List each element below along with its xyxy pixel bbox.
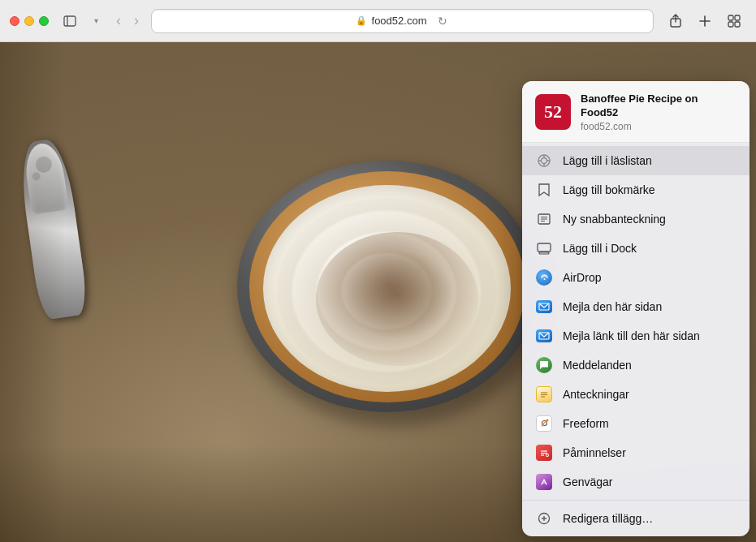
menu-divider bbox=[522, 500, 750, 501]
messages-icon bbox=[535, 356, 553, 374]
menu-item-mail-page[interactable]: Mejla den här sidan bbox=[522, 292, 750, 321]
site-favicon: 52 bbox=[535, 94, 571, 130]
menu-item-shortcuts[interactable]: Genvägar bbox=[522, 467, 750, 497]
menu-item-notes[interactable]: Anteckningar bbox=[522, 380, 750, 409]
menu-item-messages[interactable]: Meddelanden bbox=[522, 351, 750, 380]
plus-icon bbox=[698, 15, 711, 28]
menu-item-bookmark[interactable]: Lägg till bokmärke bbox=[522, 175, 750, 204]
bookmark-icon bbox=[535, 181, 553, 199]
svg-rect-3 bbox=[728, 15, 733, 20]
quicknote-label: Ny snabbanteckning bbox=[563, 213, 666, 226]
toolbar-right bbox=[663, 10, 746, 32]
notes-label: Anteckningar bbox=[563, 388, 629, 401]
share-menu: 52 Banoffee Pie Recipe on Food52 food52.… bbox=[522, 81, 750, 536]
airdrop-icon bbox=[535, 269, 553, 286]
page-url: food52.com bbox=[581, 121, 737, 132]
forward-button[interactable]: › bbox=[128, 12, 145, 30]
mail-page-label: Mejla den här sidan bbox=[563, 300, 662, 313]
menu-item-reminders[interactable]: Påminnelser bbox=[522, 438, 750, 467]
menu-item-airdrop[interactable]: AirDrop bbox=[522, 263, 750, 292]
svg-rect-17 bbox=[538, 243, 551, 252]
menu-header: 52 Banoffee Pie Recipe on Food52 food52.… bbox=[522, 81, 750, 143]
shortcuts-icon bbox=[535, 473, 553, 491]
reminders-icon bbox=[535, 444, 553, 462]
airdrop-label: AirDrop bbox=[563, 271, 601, 284]
edit-extensions-icon bbox=[535, 510, 553, 527]
mail-link-label: Mejla länk till den här sidan bbox=[563, 329, 700, 342]
freeform-icon bbox=[535, 415, 553, 432]
edit-extensions-label: Redigera tillägg… bbox=[563, 512, 653, 525]
url-text: food52.com bbox=[372, 15, 427, 27]
svg-point-8 bbox=[542, 157, 547, 163]
menu-item-reading-list[interactable]: Lägg till i läslistan bbox=[522, 146, 750, 175]
mail-link-icon bbox=[535, 327, 553, 345]
new-tab-button[interactable] bbox=[693, 10, 717, 32]
lock-icon: 🔒 bbox=[356, 15, 367, 26]
dock-icon bbox=[535, 239, 553, 257]
notes-icon bbox=[535, 385, 553, 403]
quicknote-icon bbox=[535, 210, 553, 228]
menu-item-edit-extensions[interactable]: Redigera tillägg… bbox=[522, 504, 750, 533]
menu-item-quicknote[interactable]: Ny snabbanteckning bbox=[522, 204, 750, 234]
sidebar-chevron[interactable]: ▾ bbox=[88, 12, 104, 30]
svg-rect-18 bbox=[539, 252, 549, 254]
svg-point-19 bbox=[543, 278, 545, 280]
tab-grid-icon bbox=[727, 14, 741, 28]
svg-rect-5 bbox=[728, 22, 733, 27]
browser-toolbar: ▾ ‹ › 🔒 food52.com ↻ bbox=[0, 0, 756, 42]
svg-rect-0 bbox=[64, 16, 76, 26]
page-title: Banoffee Pie Recipe on Food52 bbox=[581, 92, 737, 120]
share-icon bbox=[668, 14, 683, 28]
pie-plate-container bbox=[231, 154, 555, 430]
svg-rect-4 bbox=[735, 15, 740, 20]
shortcuts-label: Genvägar bbox=[563, 475, 612, 488]
nav-buttons: ‹ › bbox=[110, 12, 145, 30]
dock-label: Lägg till i Dock bbox=[563, 242, 637, 255]
close-button[interactable] bbox=[10, 16, 19, 26]
svg-point-26 bbox=[546, 419, 548, 422]
site-info: Banoffee Pie Recipe on Food52 food52.com bbox=[581, 92, 737, 132]
menu-items-list: Lägg till i läslistan Lägg till bokmärke bbox=[522, 143, 750, 536]
sidebar-icon bbox=[63, 14, 77, 28]
reading-list-label: Lägg till i läslistan bbox=[563, 154, 652, 167]
bookmark-label: Lägg till bokmärke bbox=[563, 183, 655, 196]
menu-item-mail-link[interactable]: Mejla länk till den här sidan bbox=[522, 321, 750, 351]
reload-button[interactable]: ↻ bbox=[436, 13, 449, 29]
maximize-button[interactable] bbox=[39, 16, 49, 26]
address-bar[interactable]: 🔒 food52.com ↻ bbox=[151, 9, 654, 33]
reading-list-icon bbox=[535, 152, 553, 170]
messages-label: Meddelanden bbox=[563, 359, 632, 372]
sidebar-toggle-button[interactable] bbox=[58, 12, 81, 30]
freeform-label: Freeform bbox=[563, 417, 609, 430]
share-button[interactable] bbox=[663, 10, 688, 32]
minimize-button[interactable] bbox=[24, 16, 34, 26]
tab-overview-button[interactable] bbox=[722, 10, 746, 32]
mail-page-icon bbox=[535, 298, 553, 316]
menu-item-freeform[interactable]: Freeform bbox=[522, 409, 750, 438]
traffic-lights bbox=[10, 16, 49, 26]
browser-content: 52 Banoffee Pie Recipe on Food52 food52.… bbox=[0, 42, 756, 542]
reminders-label: Påminnelser bbox=[563, 446, 626, 459]
svg-rect-6 bbox=[735, 22, 740, 27]
back-button[interactable]: ‹ bbox=[110, 12, 127, 30]
menu-item-dock[interactable]: Lägg till i Dock bbox=[522, 234, 750, 263]
